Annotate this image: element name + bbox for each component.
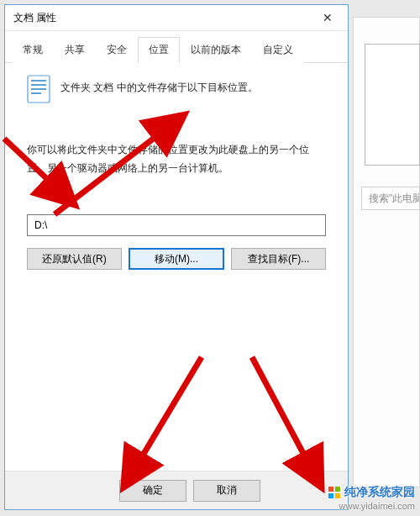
button-row: 还原默认值(R) 移动(M)... 查找目标(F)... <box>27 248 326 270</box>
tab-content: 文件夹 文档 中的文件存储于以下目标位置。 你可以将此文件夹中文件存储的位置更改… <box>5 63 348 471</box>
explorer-search-input[interactable]: 搜索"此电脑 <box>361 187 420 210</box>
description-text: 你可以将此文件夹中文件存储的位置更改为此硬盘上的另一个位置、另一个驱动器或网络上… <box>27 140 326 177</box>
dialog-footer: 确定 取消 <box>5 471 348 509</box>
cancel-button[interactable]: 取消 <box>193 480 260 502</box>
background-panel <box>365 44 420 166</box>
tab-location[interactable]: 位置 <box>138 37 180 63</box>
close-icon: ✕ <box>323 11 333 24</box>
tabstrip: 常规 共享 安全 位置 以前的版本 自定义 <box>5 31 348 63</box>
tab-previous-versions[interactable]: 以前的版本 <box>180 37 252 63</box>
svg-rect-4 <box>31 92 41 94</box>
tab-sharing[interactable]: 共享 <box>54 37 96 63</box>
location-path-input[interactable] <box>27 214 326 236</box>
window-title: 文档 属性 <box>13 11 311 25</box>
svg-rect-2 <box>31 84 46 86</box>
document-icon <box>27 75 50 103</box>
titlebar: 文档 属性 ✕ <box>5 5 348 31</box>
move-button[interactable]: 移动(M)... <box>129 248 225 270</box>
restore-default-button[interactable]: 还原默认值(R) <box>27 248 122 270</box>
find-target-button[interactable]: 查找目标(F)... <box>231 248 326 270</box>
tab-general[interactable]: 常规 <box>12 37 54 63</box>
svg-rect-1 <box>31 80 46 82</box>
search-placeholder-text: 搜索"此电脑 <box>369 192 420 206</box>
info-text: 文件夹 文档 中的文件存储于以下目标位置。 <box>60 75 258 95</box>
tab-security[interactable]: 安全 <box>96 37 138 63</box>
ok-button[interactable]: 确定 <box>119 480 186 502</box>
close-button[interactable]: ✕ <box>311 6 344 29</box>
properties-dialog: 文档 属性 ✕ 常规 共享 安全 位置 以前的版本 自定义 文件夹 文档 中的文… <box>4 4 349 510</box>
info-row: 文件夹 文档 中的文件存储于以下目标位置。 <box>27 75 326 103</box>
tab-customize[interactable]: 自定义 <box>252 37 304 63</box>
svg-rect-3 <box>31 88 46 90</box>
